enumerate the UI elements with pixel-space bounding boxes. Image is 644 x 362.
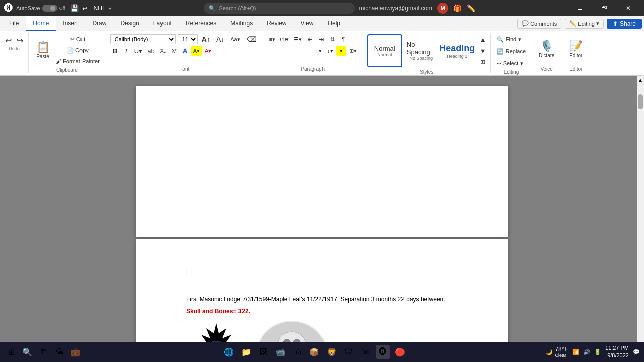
tab-mailings[interactable]: Mailings <box>223 16 260 31</box>
tab-layout[interactable]: Layout <box>146 16 179 31</box>
strikethrough-button[interactable]: ab <box>145 46 156 56</box>
text-effects-button[interactable]: A <box>180 46 190 56</box>
widgets-button[interactable]: 🌤 <box>52 345 66 359</box>
document-scroll[interactable]: | First Masonic Lodge 7/31/1599-Maple Le… <box>0 76 644 362</box>
notification-icon[interactable]: 💬 <box>633 349 640 355</box>
line-spacing-button[interactable]: ↕▾ <box>325 46 335 56</box>
tab-review[interactable]: Review <box>260 16 293 31</box>
restore-button[interactable]: 🗗 <box>593 0 616 16</box>
style-nospace-button[interactable]: No Spacing No Spacing <box>404 34 439 67</box>
style-normal-button[interactable]: Normal Normal <box>367 34 403 67</box>
chevron-down-icon[interactable]: ▾ <box>109 6 111 11</box>
task-view-button[interactable]: ⧉ <box>36 345 50 359</box>
edge-taskbar-icon[interactable]: 🌐 <box>222 345 236 359</box>
shading-button[interactable]: ▾ <box>336 46 346 56</box>
underline-button[interactable]: U▾ <box>132 46 144 56</box>
tab-insert[interactable]: Insert <box>56 16 85 31</box>
italic-button[interactable]: I <box>121 46 131 56</box>
select-button[interactable]: ⊹ Select ▾ <box>495 58 526 68</box>
share-button[interactable]: ⬆ Share <box>607 19 642 29</box>
font-name-selector[interactable]: Calibri (Body) <box>110 34 176 44</box>
word-taskbar-icon[interactable]: 🅦 <box>376 345 390 359</box>
weather-widget[interactable]: 🌙 78°F Clear <box>546 346 568 358</box>
titlebar-center: 🔍 Search (Alt+Q) michaelenwiya@gmail.com… <box>115 3 565 14</box>
redo-button[interactable]: ↪ <box>15 35 25 45</box>
editing-button[interactable]: ✏️ Editing ▾ <box>565 19 604 29</box>
styles-scroll-up[interactable]: ▲ <box>478 35 488 45</box>
network-icon[interactable]: 📶 <box>572 349 579 355</box>
shrink-font-button[interactable]: A↓ <box>214 34 226 44</box>
dictate-button[interactable]: 🎙️ Dictate <box>536 34 557 64</box>
avatar[interactable]: M <box>437 3 448 14</box>
battery-icon[interactable]: 🔋 <box>594 349 601 355</box>
vertical-scrollbar[interactable]: ▲ <box>637 76 644 362</box>
pen-icon[interactable]: ✏️ <box>467 4 475 12</box>
minimize-button[interactable]: 🗕 <box>569 0 592 16</box>
styles-more[interactable]: ⊞ <box>478 57 488 67</box>
volume-icon[interactable]: 🔊 <box>583 349 590 355</box>
font-color-button[interactable]: A▾ <box>203 46 213 56</box>
close-button[interactable]: ✕ <box>617 0 640 16</box>
change-case-button[interactable]: Aa▾ <box>228 34 242 44</box>
font-group: Calibri (Body) 11 A↑ A↓ Aa▾ ⌫ B I U▾ ab … <box>106 33 263 73</box>
tab-help[interactable]: Help <box>320 16 347 31</box>
photos-taskbar-icon[interactable]: 🖼 <box>256 345 270 359</box>
find-button[interactable]: 🔍 Find ▾ <box>495 34 523 44</box>
meet-taskbar-icon[interactable]: 📹 <box>273 345 287 359</box>
cut-button[interactable]: ✂ Cut <box>54 34 102 44</box>
start-button[interactable]: ⊞ <box>4 345 18 359</box>
numbered-list-button[interactable]: ⑴▾ <box>278 34 291 44</box>
gift-icon[interactable]: 🎁 <box>453 4 462 12</box>
search-bar[interactable]: 🔍 Search (Alt+Q) <box>204 3 355 14</box>
store-taskbar-icon[interactable]: 🛍 <box>290 345 304 359</box>
tab-home[interactable]: Home <box>26 16 56 31</box>
scroll-up-button[interactable]: ▲ <box>637 76 644 84</box>
columns-button[interactable]: ⋮▾ <box>311 46 324 56</box>
justify-button[interactable]: ≡ <box>300 46 310 56</box>
decrease-indent-button[interactable]: ⇤ <box>305 34 315 44</box>
amazon-taskbar-icon[interactable]: 📦 <box>307 345 321 359</box>
tab-file[interactable]: File <box>2 16 26 31</box>
save-icon[interactable]: 💾 <box>70 4 79 12</box>
undo-icon-title[interactable]: ↩ <box>82 5 88 12</box>
bold-button[interactable]: B <box>110 46 120 56</box>
align-right-button[interactable]: ≡ <box>289 46 299 56</box>
align-center-button[interactable]: ≡ <box>278 46 288 56</box>
align-left-button[interactable]: ≡ <box>267 46 277 56</box>
increase-indent-button[interactable]: ⇥ <box>316 34 326 44</box>
unknown1-taskbar-icon[interactable]: 🛡 <box>342 345 356 359</box>
clear-format-button[interactable]: ⌫ <box>245 34 259 44</box>
teams-button[interactable]: 💼 <box>68 345 83 359</box>
tab-view[interactable]: View <box>294 16 321 31</box>
tab-references[interactable]: References <box>179 16 223 31</box>
undo-button[interactable]: ↩ <box>3 35 14 45</box>
email-taskbar-icon[interactable]: ✉ <box>359 345 373 359</box>
style-heading1-button[interactable]: Heading Heading 1 <box>440 34 475 67</box>
comments-button[interactable]: 💬 Comments <box>517 19 561 29</box>
bullet-list-button[interactable]: ≡▾ <box>267 34 277 44</box>
grow-font-button[interactable]: A↑ <box>200 34 212 44</box>
replace-button[interactable]: 🔄 Replace <box>495 46 528 56</box>
multilevel-list-button[interactable]: ☰▾ <box>292 34 304 44</box>
editor-button[interactable]: 📝 Editor <box>566 34 586 64</box>
format-painter-button[interactable]: 🖌 Format Painter <box>54 56 102 66</box>
paste-button[interactable]: 📋 Paste <box>33 35 53 65</box>
search-taskbar-button[interactable]: 🔍 <box>20 345 34 359</box>
show-formatting-button[interactable]: ¶ <box>338 34 348 44</box>
scroll-thumb[interactable] <box>638 94 643 109</box>
superscript-button[interactable]: X² <box>169 46 179 56</box>
subscript-button[interactable]: X₂ <box>158 46 168 56</box>
sort-button[interactable]: ⇅ <box>327 34 337 44</box>
tab-draw[interactable]: Draw <box>85 16 113 31</box>
borders-button[interactable]: ⊞▾ <box>347 46 359 56</box>
explorer-taskbar-icon[interactable]: 📁 <box>239 345 253 359</box>
unknown2-taskbar-icon[interactable]: 🔴 <box>393 345 407 359</box>
clock-display[interactable]: 11:27 PM 9/8/2022 <box>605 344 629 360</box>
brave-taskbar-icon[interactable]: 🦁 <box>325 345 339 359</box>
copy-button[interactable]: 📄 Copy <box>54 45 102 55</box>
font-size-selector[interactable]: 11 <box>178 34 198 44</box>
tab-design[interactable]: Design <box>113 16 146 31</box>
autosave-toggle[interactable]: AutoSave Off <box>16 5 65 12</box>
highlight-button[interactable]: A▾ <box>191 46 202 56</box>
styles-scroll-down[interactable]: ▼ <box>478 46 488 56</box>
